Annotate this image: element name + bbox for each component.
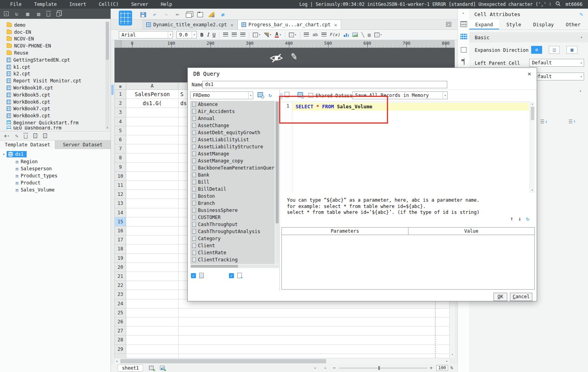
scroll-down-arrow[interactable]: ▾ bbox=[530, 188, 535, 192]
next-page-arrow[interactable]: ▸ bbox=[324, 365, 327, 370]
table-list-item[interactable]: CashThroughputAnalysis bbox=[190, 228, 275, 235]
row-header[interactable]: 13 bbox=[115, 199, 126, 208]
row-header[interactable]: 11 bbox=[115, 181, 126, 190]
table-list-item[interactable]: Annual bbox=[190, 115, 275, 122]
table-list-item[interactable]: Air_Accidents bbox=[190, 108, 275, 115]
close-icon[interactable]: × bbox=[230, 22, 234, 28]
row-header[interactable]: 12 bbox=[115, 190, 126, 199]
file-tree-item[interactable]: NCOV-EN bbox=[0, 36, 111, 43]
row-headers[interactable]: 1234567891011121314151617181920212223242… bbox=[114, 90, 126, 358]
file-tree-scrollbar[interactable]: ▾ bbox=[105, 21, 109, 129]
menu-item-file[interactable]: File bbox=[4, 0, 28, 9]
border-select[interactable]: ▾ bbox=[289, 33, 297, 37]
table-list-vscrollbar[interactable] bbox=[275, 101, 279, 264]
add-dataset-button[interactable]: +▾ bbox=[4, 133, 9, 139]
cell-element-icon-active[interactable] bbox=[460, 34, 467, 40]
column-header-a[interactable]: A bbox=[126, 83, 178, 89]
scroll-down-arrow[interactable]: ▾ bbox=[450, 353, 455, 356]
bold-button[interactable]: B bbox=[200, 32, 203, 38]
chevron-down-icon[interactable]: ▾ bbox=[579, 89, 581, 93]
table-list-item[interactable]: CUSTOMER bbox=[190, 214, 275, 221]
move-down-icon[interactable]: ↓ bbox=[518, 215, 521, 222]
redo-icon[interactable]: ↷ bbox=[163, 11, 169, 18]
dataset-field[interactable]: ▤Product_types bbox=[0, 172, 111, 179]
save-icon[interactable] bbox=[140, 12, 146, 17]
table-list-item[interactable]: AssetLiabilityStructure bbox=[190, 143, 275, 150]
store-mode-select[interactable]: Save All Records in Memory▾ bbox=[352, 91, 448, 99]
cell-attributes-icon[interactable] bbox=[460, 21, 467, 27]
dataset-settings-icon[interactable] bbox=[43, 133, 47, 138]
insert-chart-icon[interactable] bbox=[344, 33, 349, 37]
table-search-icon[interactable] bbox=[258, 92, 263, 97]
copy-icon[interactable] bbox=[56, 12, 60, 16]
row-header[interactable]: 20 bbox=[115, 263, 126, 272]
collapse-panel-arrow[interactable]: ▸ bbox=[463, 11, 465, 15]
row-header[interactable]: 29 bbox=[115, 345, 126, 354]
row-header[interactable]: 22 bbox=[115, 281, 126, 290]
connection-select[interactable]: FRDemo▾ bbox=[190, 91, 253, 99]
row-header[interactable]: 15 bbox=[115, 217, 126, 226]
cell-b1[interactable]: S bbox=[180, 90, 183, 99]
shared-dataset-checkbox[interactable] bbox=[309, 93, 313, 98]
scrollbar-thumb[interactable] bbox=[120, 359, 326, 363]
file-tree-item[interactable]: WorkBook10.cpt bbox=[0, 84, 111, 91]
file-tree-item[interactable]: GettingStartedEN.cpt bbox=[0, 57, 111, 64]
refresh-icon[interactable]: ↻ bbox=[14, 11, 20, 17]
row-header[interactable]: 28 bbox=[115, 336, 126, 345]
grid-doc-icon[interactable]: ▦ bbox=[25, 11, 31, 17]
ok-button[interactable]: OK bbox=[494, 293, 507, 301]
merge-cell-select[interactable]: ▾ bbox=[253, 33, 261, 37]
scrollbar-thumb[interactable] bbox=[276, 102, 279, 223]
dataset-field[interactable]: ▤Product bbox=[0, 179, 111, 186]
sql-statement[interactable]: SELECT * FROM Sales_Volume bbox=[296, 103, 372, 111]
tab-expand[interactable]: Expand bbox=[469, 20, 499, 29]
scrollbar-thumb[interactable] bbox=[191, 265, 238, 268]
paste-icon[interactable] bbox=[197, 12, 203, 17]
row-header[interactable]: 23 bbox=[115, 290, 126, 299]
delete-icon[interactable] bbox=[47, 13, 50, 16]
italic-button[interactable]: I bbox=[207, 32, 209, 38]
sidebar-collapse-handle[interactable] bbox=[111, 85, 114, 95]
file-tree-item[interactable]: WorkBook6.cpt bbox=[0, 98, 111, 106]
dataset-field[interactable]: ▤Sales_Volume bbox=[0, 186, 111, 193]
table-list-item[interactable]: Category bbox=[190, 235, 275, 242]
menu-item-template[interactable]: Template bbox=[28, 0, 63, 9]
table-list-item[interactable]: Boston bbox=[190, 193, 275, 200]
table-list-item[interactable]: ClientTracking bbox=[190, 256, 275, 263]
file-tree-item[interactable]: GEO Dashboard.frm bbox=[0, 126, 111, 130]
sql-editor[interactable]: 1 SELECT * FROM Sales_Volume bbox=[281, 102, 530, 193]
menu-item-insert[interactable]: Insert bbox=[63, 0, 93, 9]
tab-style[interactable]: Style bbox=[499, 20, 529, 29]
row-header[interactable]: 21 bbox=[115, 272, 126, 281]
align-right-icon[interactable] bbox=[240, 33, 245, 37]
user-account[interactable]: mt6666 bbox=[566, 2, 583, 7]
insert-line-icon[interactable]: ╲ bbox=[361, 32, 364, 38]
row-header[interactable]: 7 bbox=[115, 144, 126, 153]
switch-mode-icon[interactable]: ⇄ bbox=[220, 11, 226, 18]
dataset-root-row[interactable]: ▾ ds1 bbox=[0, 149, 111, 158]
upper-parent-cell-select[interactable]: Default▾ bbox=[529, 73, 584, 80]
row-header[interactable]: 5 bbox=[115, 126, 126, 135]
table-list[interactable]: AbsenceAir_AccidentsAnnualAssetChangeAss… bbox=[190, 101, 275, 264]
search-icon[interactable] bbox=[555, 1, 561, 7]
table-list-item[interactable]: Absence bbox=[190, 101, 275, 108]
preview-dataset-icon[interactable] bbox=[33, 133, 37, 138]
row-header[interactable]: 4 bbox=[115, 117, 126, 126]
fill-color-select[interactable]: ▾ bbox=[264, 33, 272, 37]
tab-display[interactable]: Display bbox=[529, 20, 559, 29]
file-tree-item[interactable]: k1.cpt bbox=[0, 64, 111, 71]
row-header[interactable]: 8 bbox=[115, 153, 126, 162]
file-tree-item[interactable]: WorkBook9.cpt bbox=[0, 112, 111, 119]
new-report-icon[interactable]: + bbox=[4, 11, 9, 16]
scrollbar-thumb[interactable] bbox=[106, 22, 109, 60]
add-chart-sheet-icon[interactable]: + bbox=[160, 366, 165, 370]
zoom-value-input[interactable]: 100 bbox=[436, 365, 448, 371]
file-tree-item[interactable]: Reuse bbox=[0, 49, 111, 57]
dataset-tab-serverdataset[interactable]: Server Dataset bbox=[55, 140, 111, 149]
file-tree-item[interactable]: k2.cpt bbox=[0, 71, 111, 78]
table-list-item[interactable]: Client bbox=[190, 242, 275, 249]
copy-icon[interactable] bbox=[186, 13, 192, 18]
chevron-down-icon[interactable]: ▾ bbox=[581, 35, 583, 39]
table-list-item[interactable]: ClientRate bbox=[190, 249, 275, 256]
menu-item-help[interactable]: Help bbox=[154, 0, 178, 9]
